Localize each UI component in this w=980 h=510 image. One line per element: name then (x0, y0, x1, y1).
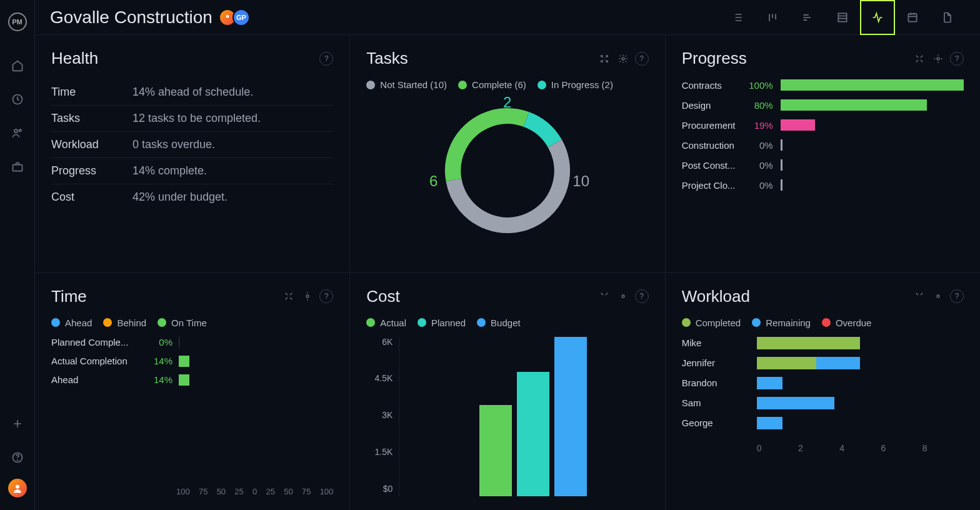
workload-label: Mike (682, 338, 757, 348)
progress-pct: 100% (744, 80, 773, 91)
workload-row: Mike (682, 337, 964, 349)
legend-label: Behind (117, 318, 146, 328)
progress-bar-track (781, 159, 964, 171)
expand-button[interactable] (912, 52, 926, 66)
progress-pct: 0% (744, 160, 773, 171)
legend-label: Completed (696, 318, 741, 328)
help-button[interactable]: ? (635, 289, 649, 303)
view-sheet[interactable] (825, 0, 860, 35)
view-calendar[interactable] (895, 0, 930, 35)
progress-row: Design 80% (682, 99, 964, 111)
legend-item: Overdue (822, 318, 872, 328)
expand-button[interactable] (598, 52, 611, 66)
member-avatar-2[interactable]: GP (232, 9, 250, 26)
sidebar-home[interactable] (5, 53, 30, 78)
progress-bar-track (781, 79, 964, 91)
health-label: Progress (51, 164, 132, 178)
progress-bar (781, 79, 964, 91)
axis-tick: 0 (252, 487, 257, 496)
users-icon (11, 127, 24, 139)
health-row: Time 14% ahead of schedule. (51, 79, 333, 106)
axis-tick: 1.5K (366, 447, 392, 457)
gantt-icon (801, 11, 814, 24)
card-title-time: Time (51, 287, 87, 306)
sidebar-help[interactable] (5, 445, 30, 470)
legend-dot (103, 318, 112, 327)
gear-icon (618, 54, 628, 64)
workload-track (757, 337, 964, 349)
settings-button[interactable] (931, 289, 945, 303)
main: Govalle Construction GP Health ? Time (35, 0, 980, 510)
view-dashboard[interactable] (860, 0, 895, 35)
time-row-track (179, 356, 333, 367)
sidebar-add[interactable] (5, 411, 30, 436)
view-board[interactable] (755, 0, 790, 35)
settings-button[interactable] (616, 52, 630, 66)
settings-button[interactable] (616, 289, 630, 303)
health-value: 14% ahead of schedule. (132, 86, 253, 99)
gear-icon (933, 291, 943, 301)
time-row: Ahead 14% (51, 374, 333, 386)
legend-item: Ahead (51, 318, 92, 328)
expand-button[interactable] (912, 289, 926, 303)
health-value: 0 tasks overdue. (132, 138, 215, 151)
workload-row: Jennifer (682, 357, 964, 369)
axis-tick: 50 (217, 487, 226, 496)
workload-bar-remaining (757, 417, 782, 429)
legend-label: In Progress (2) (551, 79, 613, 90)
svg-rect-9 (908, 14, 916, 21)
settings-button[interactable] (301, 289, 314, 303)
sidebar-user-avatar[interactable] (8, 479, 27, 498)
axis-tick: 100 (320, 487, 334, 496)
axis-tick: 75 (302, 487, 311, 496)
view-gantt[interactable] (790, 0, 825, 35)
axis-tick: 75 (199, 487, 208, 496)
help-button[interactable]: ? (635, 52, 649, 66)
view-list[interactable] (720, 0, 755, 35)
progress-label: Post Const... (682, 160, 744, 171)
svg-point-2 (19, 129, 21, 131)
progress-bar (781, 159, 782, 171)
briefcase-icon (11, 161, 24, 173)
app-logo[interactable]: PM (8, 12, 27, 31)
expand-button[interactable] (598, 289, 611, 303)
home-icon (11, 59, 24, 72)
expand-button[interactable] (282, 289, 296, 303)
dashboard-grid: Health ? Time 14% ahead of schedule. Tas… (35, 35, 980, 510)
workload-bar-remaining (757, 377, 782, 389)
workload-track (757, 397, 964, 409)
svg-point-1 (14, 129, 18, 132)
axis-tick: 6 (881, 443, 922, 453)
time-row-track (179, 337, 333, 348)
sidebar-recent[interactable] (5, 87, 30, 112)
help-button[interactable]: ? (319, 52, 333, 66)
sidebar-team[interactable] (5, 121, 30, 146)
axis-tick: 6K (366, 337, 392, 347)
workload-track (757, 417, 964, 429)
legend-dot (366, 81, 375, 89)
expand-icon (599, 291, 609, 301)
help-button[interactable]: ? (319, 289, 333, 303)
health-value: 14% complete. (132, 164, 207, 178)
svg-rect-3 (12, 165, 22, 171)
progress-row: Contracts 100% (682, 79, 964, 91)
legend-label: On Time (171, 318, 207, 328)
gear-icon (618, 291, 628, 301)
settings-button[interactable] (931, 52, 945, 66)
cost-bar-actual (479, 405, 512, 496)
card-cost: Cost ? Actual Planned Budget 6K4.5K3K1.5… (350, 273, 664, 511)
progress-row: Post Const... 0% (682, 159, 964, 171)
progress-label: Design (682, 100, 744, 111)
progress-label: Construction (682, 140, 744, 151)
help-button[interactable]: ? (950, 289, 964, 303)
legend-dot (458, 81, 467, 89)
workload-label: Brandon (682, 378, 757, 388)
list-icon (731, 11, 744, 24)
axis-tick: 100 (176, 487, 190, 496)
member-avatars[interactable]: GP (222, 9, 250, 26)
time-row-label: Actual Completion (51, 356, 145, 366)
sidebar-portfolio[interactable] (5, 154, 30, 179)
help-button[interactable]: ? (950, 52, 964, 66)
view-files[interactable] (930, 0, 965, 35)
legend-item: Planned (418, 318, 466, 328)
